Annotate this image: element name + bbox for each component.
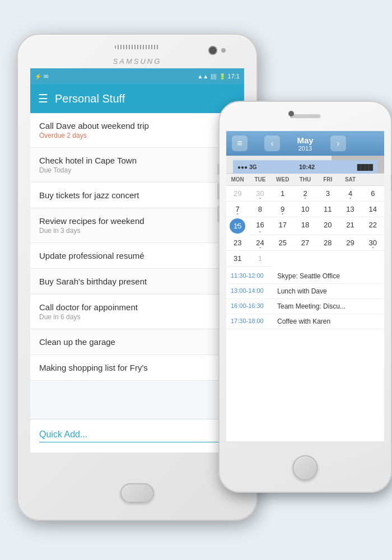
calendar-day[interactable]: 14: [362, 202, 384, 217]
task-item[interactable]: Call Dave about weekend tripOverdue 2 da…: [30, 113, 244, 148]
task-item[interactable]: Clean up the garage: [30, 329, 244, 355]
task-title: Clean up the garage: [39, 337, 235, 347]
event-item[interactable]: 17:30-18:00Coffee with Karen: [226, 314, 384, 329]
calendar-day[interactable]: 15: [230, 218, 245, 234]
task-subtitle: Overdue 2 days: [39, 132, 235, 139]
quick-add-input[interactable]: Quick Add...: [39, 430, 235, 442]
calendar-day[interactable]: 2: [294, 186, 316, 202]
day-header: WED: [272, 174, 294, 185]
signal-bars-icon: ●●●: [237, 164, 248, 170]
day-headers: MONTUEWEDTHUFRISAT: [226, 174, 384, 186]
calendar-day[interactable]: 17: [272, 217, 294, 235]
calendar-day[interactable]: 6: [362, 186, 384, 202]
day-header: MON: [226, 174, 249, 185]
network-type: 3G: [249, 164, 256, 170]
calendar-day[interactable]: 16: [249, 217, 271, 235]
next-icon: ›: [337, 139, 339, 148]
email-icon: ✉: [44, 73, 48, 80]
iphone-speaker: [290, 114, 321, 118]
volume-up-button[interactable]: [217, 183, 220, 200]
event-title: Skype: Seattle Office: [277, 272, 340, 280]
signal-area: ●●● 3G: [237, 164, 256, 170]
calendar-day[interactable]: 11: [316, 202, 339, 217]
event-time: 17:30-18:00: [231, 318, 273, 325]
calendar-header: ≡ ‹ May 2013 ›: [226, 131, 384, 156]
task-item[interactable]: Buy Sarah's birthday present: [30, 269, 244, 295]
calendar-day[interactable]: 21: [339, 217, 361, 235]
iphone-shell: ●●● 3G 10:42 ████ ≡ ‹ May 2013: [218, 101, 392, 493]
calendar-day[interactable]: 23: [226, 235, 249, 251]
speaker-grille: [115, 45, 160, 49]
calendar-day[interactable]: 24: [249, 235, 271, 251]
front-camera: [208, 46, 217, 55]
battery-level-icon: ████: [357, 164, 373, 170]
calendar-day[interactable]: 22: [362, 217, 384, 235]
calendar-day[interactable]: 13: [339, 202, 361, 217]
month-title: May 2013: [297, 136, 313, 152]
menu-icon: ≡: [237, 138, 242, 148]
calendar-menu-button[interactable]: ≡: [232, 136, 248, 151]
event-title: Lunch with Dave: [277, 287, 327, 295]
day-header: FRI: [316, 174, 339, 185]
calendar-day[interactable]: 29: [339, 235, 361, 251]
task-item[interactable]: Making shopping list for Fry's: [30, 355, 244, 381]
event-time: 16:00-16:30: [231, 302, 273, 310]
iphone: ●●● 3G 10:42 ████ ≡ ‹ May 2013: [218, 101, 392, 493]
prev-icon: ‹: [271, 139, 274, 148]
calendar-day[interactable]: 28: [316, 235, 339, 251]
calendar-day[interactable]: 25: [272, 235, 294, 251]
quick-add-bar[interactable]: Quick Add...: [30, 419, 244, 452]
task-item[interactable]: Check hotel in Cape TownDue Today: [30, 148, 244, 183]
task-title: Update professional resumé: [39, 251, 235, 260]
task-subtitle: Due in 6 days: [39, 313, 235, 321]
task-title: Check hotel in Cape Town: [39, 156, 235, 165]
task-item[interactable]: Update professional resumé: [30, 243, 244, 269]
task-item[interactable]: Call doctor for appoinmentDue in 6 days: [30, 295, 244, 329]
task-item[interactable]: Buy tickets for jazz concert: [30, 183, 244, 208]
calendar-day[interactable]: 27: [294, 235, 316, 251]
calendar-day[interactable]: 18: [294, 217, 316, 235]
calendar-day[interactable]: 4: [339, 186, 361, 202]
task-title: Buy tickets for jazz concert: [39, 190, 235, 200]
calendar-day[interactable]: 29: [226, 186, 249, 202]
event-time: 13:00-14:00: [231, 287, 273, 295]
task-title: Buy Sarah's birthday present: [39, 277, 235, 286]
app-title: Personal Stuff: [55, 92, 125, 105]
calendar-day[interactable]: 31: [226, 251, 249, 267]
task-title: Review recipes for weekend: [39, 216, 235, 226]
event-time: 11:30-12:00: [231, 272, 273, 280]
sensor: [221, 48, 226, 53]
hamburger-icon[interactable]: ☰: [38, 92, 48, 105]
calendar-day[interactable]: 7: [226, 202, 249, 217]
statusbar-right: ▲▲ |||| 🔋 17:1: [197, 73, 240, 80]
prev-month-button[interactable]: ‹: [264, 136, 280, 151]
calendar-day[interactable]: 20: [316, 217, 339, 235]
calendar-day[interactable]: 3: [316, 186, 339, 202]
event-title: Team Meeting: Discu...: [277, 302, 346, 310]
event-item[interactable]: 13:00-14:00Lunch with Dave: [226, 284, 384, 299]
task-subtitle: Due in 3 days: [39, 227, 235, 235]
battery-area: ████: [357, 164, 373, 170]
statusbar-left: ⚡ ✉: [35, 73, 48, 80]
home-button[interactable]: [120, 483, 154, 503]
mute-button[interactable]: [217, 164, 220, 175]
calendar-day[interactable]: 10: [294, 202, 316, 217]
event-item[interactable]: 11:30-12:00Skype: Seattle Office: [226, 269, 384, 284]
next-month-button[interactable]: ›: [330, 136, 346, 151]
volume-down-button[interactable]: [217, 206, 220, 222]
iphone-home-button[interactable]: [293, 455, 318, 480]
task-title: Call Dave about weekend trip: [39, 121, 235, 130]
calendar-day[interactable]: 30: [249, 186, 271, 202]
calendar-day[interactable]: 30: [362, 235, 384, 251]
day-header: THU: [294, 174, 316, 185]
calendar-day[interactable]: 8: [249, 202, 271, 217]
calendar-day[interactable]: 1: [249, 251, 271, 267]
task-item[interactable]: Review recipes for weekendDue in 3 days: [30, 208, 244, 243]
task-title: Making shopping list for Fry's: [39, 363, 235, 372]
calendar-day[interactable]: 1: [272, 186, 294, 202]
calendar-day[interactable]: 9: [272, 202, 294, 217]
task-list: Call Dave about weekend tripOverdue 2 da…: [30, 113, 244, 430]
event-item[interactable]: 16:00-16:30Team Meeting: Discu...: [226, 299, 384, 314]
month-name: May: [297, 136, 313, 145]
day-header: SAT: [339, 174, 361, 185]
